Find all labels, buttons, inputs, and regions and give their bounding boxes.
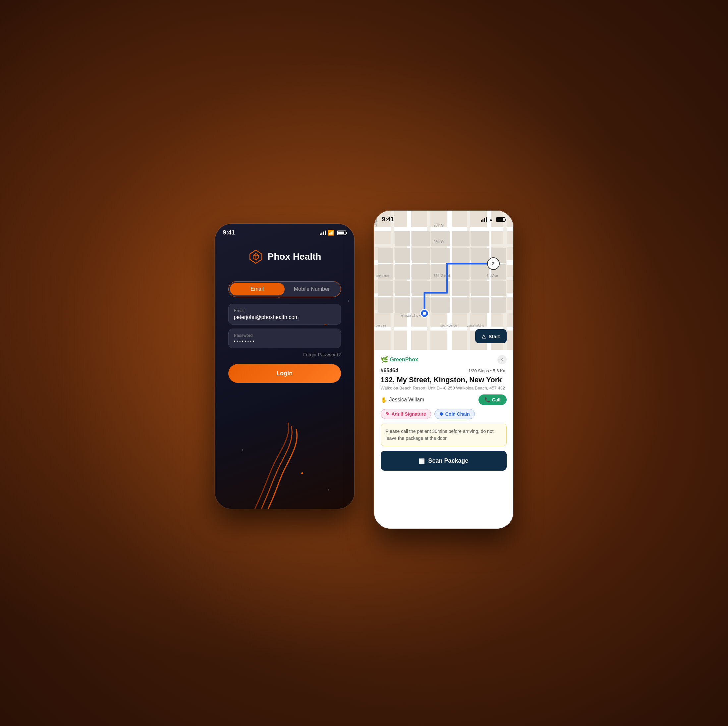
login-button[interactable]: Login xyxy=(228,364,341,383)
greenphox-badge: 🌿 GreenPhox xyxy=(381,356,418,363)
forgot-password-link[interactable]: Forgot Password? xyxy=(228,352,341,357)
svg-rect-23 xyxy=(431,248,450,263)
tab-email[interactable]: Email xyxy=(230,283,284,296)
svg-point-59 xyxy=(423,312,426,315)
map-signal-icon xyxy=(481,217,487,222)
cold-icon: ❅ xyxy=(439,411,444,416)
card-header: 🌿 GreenPhox × xyxy=(381,355,507,365)
svg-rect-24 xyxy=(452,248,470,263)
address-sub: Waikoloa Beach Resort, Unit D---8 250 Wa… xyxy=(381,386,507,390)
svg-rect-34 xyxy=(378,281,393,296)
delivery-card: 🌿 GreenPhox × #65464 1/20 Stops • 5.6 Km… xyxy=(374,350,513,529)
adult-signature-tag: ✎ Adult Signature xyxy=(381,409,431,419)
cold-chain-tag: ❅ Cold Chain xyxy=(434,409,475,419)
greenphox-label: GreenPhox xyxy=(390,357,418,363)
address-main: 132, My Street, Kingston, New York xyxy=(381,375,507,384)
svg-text:19th Avenue: 19th Avenue xyxy=(440,324,457,327)
start-label: Start xyxy=(488,334,500,339)
greenphox-icon: 🌿 xyxy=(381,356,388,363)
svg-rect-47 xyxy=(491,297,506,313)
phones-container: 9:41 📶 xyxy=(215,210,513,529)
svg-rect-15 xyxy=(395,231,410,246)
svg-rect-25 xyxy=(471,248,489,263)
svg-rect-19 xyxy=(471,231,489,246)
svg-rect-18 xyxy=(452,231,470,246)
phone-login: 9:41 📶 xyxy=(215,224,354,509)
phone-map: 9:41 ▲ xyxy=(374,210,513,529)
svg-rect-36 xyxy=(412,281,430,296)
patient-row: ✋ Jessica Willam 📞 Call xyxy=(381,395,507,405)
svg-rect-14 xyxy=(503,210,507,350)
tags-row: ✎ Adult Signature ❅ Cold Chain xyxy=(381,409,507,419)
svg-rect-8 xyxy=(391,210,394,350)
password-field-group[interactable]: Password •••••••• xyxy=(228,329,341,348)
svg-rect-45 xyxy=(452,297,470,313)
svg-rect-31 xyxy=(452,264,470,279)
delivery-note: Please call the patient 30mins before ar… xyxy=(381,424,507,446)
brand-name: Phox Health xyxy=(268,252,321,262)
signature-icon: ✎ xyxy=(386,411,390,416)
svg-text:Jawaharlal N: Jawaharlal N xyxy=(467,324,484,327)
svg-rect-44 xyxy=(431,297,450,313)
login-form: Email Mobile Number Email peterjohn@phox… xyxy=(228,281,341,383)
login-logo: Phox Health xyxy=(248,249,321,265)
svg-rect-1 xyxy=(374,227,513,231)
svg-rect-35 xyxy=(395,281,410,296)
login-status-bar: 9:41 📶 xyxy=(215,224,354,239)
svg-text:95th St: 95th St xyxy=(434,240,444,244)
patient-icon: ✋ xyxy=(381,397,387,403)
svg-rect-38 xyxy=(452,281,470,296)
map-svg: Lingan Rd 96th St 95th St 88th Street 86… xyxy=(374,210,513,350)
map-status-icons: ▲ xyxy=(481,217,505,222)
order-meta: #65464 1/20 Stops • 5.6 Km xyxy=(381,368,507,374)
close-card-button[interactable]: × xyxy=(497,355,507,365)
email-label: Email xyxy=(234,308,335,313)
map-time: 9:41 xyxy=(382,216,394,223)
svg-rect-22 xyxy=(412,248,430,263)
svg-text:88th Street: 88th Street xyxy=(376,274,391,278)
call-button[interactable]: 📞 Call xyxy=(479,395,507,405)
scan-package-button[interactable]: ▦ Scan Package xyxy=(381,451,507,471)
order-stops: 1/20 Stops • 5.6 Km xyxy=(468,368,506,373)
svg-rect-46 xyxy=(471,297,489,313)
svg-rect-41 xyxy=(378,297,393,313)
login-tab-switcher: Email Mobile Number xyxy=(228,281,341,297)
map-view[interactable]: Lingan Rd 96th St 95th St 88th Street 86… xyxy=(374,210,513,350)
svg-text:3rd Ave: 3rd Ave xyxy=(487,274,498,278)
navigation-icon: △ xyxy=(482,333,486,339)
svg-rect-20 xyxy=(378,248,393,263)
tab-mobile[interactable]: Mobile Number xyxy=(284,283,339,296)
order-id: #65464 xyxy=(381,368,398,374)
phox-health-icon xyxy=(248,249,264,265)
scan-icon: ▦ xyxy=(419,457,425,465)
svg-text:Dar Sala: Dar Sala xyxy=(376,324,386,327)
battery-icon xyxy=(337,230,346,235)
svg-rect-42 xyxy=(395,297,410,313)
svg-rect-21 xyxy=(395,248,410,263)
password-label: Password xyxy=(234,333,335,338)
svg-rect-40 xyxy=(491,281,506,296)
wifi-icon: 📶 xyxy=(328,230,334,236)
email-value: peterjohn@phoxhealth.com xyxy=(234,314,335,320)
svg-rect-39 xyxy=(471,281,489,296)
map-wifi-icon: ▲ xyxy=(489,217,493,222)
stops-separator: • xyxy=(490,368,492,373)
email-field-group[interactable]: Email peterjohn@phoxhealth.com xyxy=(228,304,341,325)
phone-icon: 📞 xyxy=(485,397,490,403)
password-value: •••••••• xyxy=(234,339,335,344)
map-battery-icon xyxy=(496,217,505,222)
svg-rect-28 xyxy=(395,264,410,279)
svg-rect-17 xyxy=(431,231,450,246)
start-navigation-button[interactable]: △ Start xyxy=(475,329,506,343)
svg-text:2: 2 xyxy=(492,261,495,266)
svg-rect-16 xyxy=(412,231,430,246)
map-status-bar: 9:41 ▲ xyxy=(374,210,513,226)
patient-name: ✋ Jessica Willam xyxy=(381,397,424,403)
login-time: 9:41 xyxy=(223,229,235,236)
svg-rect-29 xyxy=(412,264,430,279)
login-status-icons: 📶 xyxy=(320,230,346,236)
signal-icon xyxy=(320,230,326,235)
